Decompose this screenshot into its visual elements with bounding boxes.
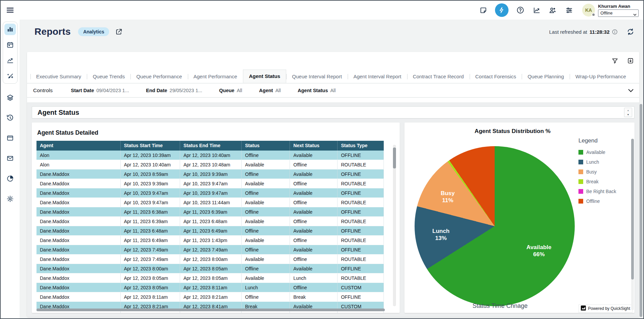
table-row[interactable]: Dane.MaddoxApr 12, 2023 8:11amApr 12, 20… bbox=[36, 292, 384, 302]
sidebar-item-schedule[interactable] bbox=[4, 39, 16, 51]
external-link-icon[interactable] bbox=[115, 28, 123, 35]
control-end-date[interactable]: End Date29/05/2023 1... bbox=[146, 88, 202, 93]
table-cell: Apr 12, 2023 10:40am bbox=[180, 151, 242, 160]
table-row[interactable]: AlonApr 12, 2023 10:39amApr 12, 2023 10:… bbox=[36, 151, 384, 160]
table-row[interactable]: Dane.MaddoxApr 10, 2023 8:59amApr 10, 20… bbox=[36, 169, 384, 179]
table-row[interactable]: Dane.MaddoxApr 10, 2023 9:47amApr 10, 20… bbox=[36, 188, 384, 198]
table-row[interactable]: AlonApr 12, 2023 10:40amApr 12, 2023 10:… bbox=[36, 160, 384, 169]
legend-item-be-right-back[interactable]: Be Right Back bbox=[578, 189, 616, 194]
sliders-icon[interactable] bbox=[565, 6, 573, 15]
table-cell: Apr 12, 2023 8:41am bbox=[121, 311, 180, 313]
legend-item-lunch[interactable]: Lunch bbox=[578, 159, 616, 165]
scrollbar-thumb[interactable] bbox=[36, 309, 385, 311]
table-cell: Available bbox=[242, 179, 290, 188]
control-queue[interactable]: QueueAll bbox=[219, 88, 242, 93]
sidebar-item-design[interactable] bbox=[4, 70, 16, 82]
table-cell: Apr 10, 2023 9:47am bbox=[180, 179, 242, 188]
notes-icon[interactable] bbox=[479, 6, 488, 15]
sidebar-item-metrics[interactable] bbox=[4, 173, 16, 184]
table-row[interactable]: Dane.MaddoxApr 11, 2023 6:48amApr 11, 20… bbox=[36, 226, 384, 236]
table-row[interactable]: Dane.MaddoxApr 11, 2023 6:39amApr 11, 20… bbox=[36, 217, 384, 226]
help-icon[interactable] bbox=[516, 6, 525, 15]
agent-status-select[interactable]: Offline bbox=[598, 9, 639, 17]
sidebar-item-history[interactable] bbox=[4, 112, 16, 124]
chart-bottom-caption: Status Time Chnage bbox=[404, 302, 596, 310]
table-cell: Dane.Maddox bbox=[36, 179, 121, 188]
scrollbar-thumb[interactable] bbox=[393, 148, 396, 168]
tab-contact-forensics[interactable]: Contact Forensics bbox=[470, 70, 522, 83]
pie-chart[interactable]: Available66%Lunch13%Busy11% bbox=[415, 146, 575, 306]
column-header-next-status[interactable]: Next Status bbox=[290, 141, 338, 151]
filter-icon[interactable] bbox=[612, 57, 618, 64]
legend-item-available[interactable]: Available bbox=[578, 150, 616, 155]
controls-collapse-chevron-icon[interactable] bbox=[628, 88, 634, 92]
info-icon[interactable] bbox=[612, 29, 618, 35]
table-cell: ROUTABLE bbox=[338, 179, 384, 188]
legend-item-offline[interactable]: Offline bbox=[578, 198, 616, 204]
table-row[interactable]: Dane.MaddoxApr 12, 2023 8:41amApr 12, 20… bbox=[36, 311, 384, 313]
tab-queue-trends[interactable]: Queue Trends bbox=[87, 70, 130, 83]
table-row[interactable]: Dane.MaddoxApr 12, 2023 7:49amApr 12, 20… bbox=[36, 245, 384, 255]
tab-queue-planning[interactable]: Queue Planning bbox=[522, 70, 570, 83]
table-row[interactable]: Dane.MaddoxApr 12, 2023 8:00amApr 12, 20… bbox=[36, 264, 384, 273]
table-cell: Dane.Maddox bbox=[36, 198, 121, 207]
tab-queue-performance[interactable]: Queue Performance bbox=[130, 70, 188, 83]
scrollbar-thumb[interactable] bbox=[640, 104, 642, 317]
stepper-down-icon[interactable]: ▼ bbox=[624, 112, 632, 117]
sidebar-item-settings[interactable] bbox=[4, 193, 16, 205]
sidebar-item-reports[interactable] bbox=[4, 24, 16, 35]
table-row[interactable]: Dane.MaddoxApr 12, 2023 8:05amApr 12, 20… bbox=[36, 283, 384, 292]
sheet-stepper: ▲ ▼ bbox=[624, 108, 632, 117]
download-icon[interactable] bbox=[627, 57, 634, 64]
tab-agent-performance[interactable]: Agent Performance bbox=[188, 70, 243, 83]
metrics-icon[interactable] bbox=[532, 6, 541, 15]
legend-item-break[interactable]: Break bbox=[578, 179, 616, 184]
column-header-status-type[interactable]: Status Type bbox=[338, 141, 384, 151]
table-row[interactable]: Dane.MaddoxApr 10, 2023 9:39amApr 10, 20… bbox=[36, 179, 384, 188]
control-agent[interactable]: AgentAll bbox=[259, 88, 281, 93]
tab-contract-trace-record[interactable]: Contract Trace Record bbox=[407, 70, 470, 83]
table-row[interactable]: Dane.MaddoxApr 11, 2023 6:49amApr 11, 20… bbox=[36, 236, 384, 245]
chart-panel-scrollbar[interactable] bbox=[631, 139, 634, 310]
tab-executive-summary[interactable]: Executive Summary bbox=[30, 70, 87, 83]
column-header-status-start-time[interactable]: Status Start Time bbox=[121, 141, 180, 151]
last-refreshed-time: 11:28:32 bbox=[590, 29, 610, 35]
sidebar-item-analytics[interactable] bbox=[4, 55, 16, 66]
table-cell: Available bbox=[242, 217, 290, 226]
hamburger-menu-icon[interactable] bbox=[4, 4, 16, 16]
table-vertical-scrollbar[interactable] bbox=[393, 145, 396, 306]
tab-queue-interval-report[interactable]: Queue Interval Report bbox=[286, 70, 348, 83]
table-cell: ROUTABLE bbox=[338, 255, 384, 264]
refresh-icon[interactable] bbox=[626, 28, 635, 36]
column-header-status-end-time[interactable]: Status End Time bbox=[180, 141, 242, 151]
sidebar-item-workspace[interactable] bbox=[4, 132, 16, 144]
table-cell: ROUTABLE bbox=[338, 160, 384, 169]
column-header-agent[interactable]: Agent bbox=[36, 141, 121, 151]
table-cell: Alon bbox=[36, 151, 121, 160]
table-row[interactable]: Dane.MaddoxApr 12, 2023 8:05amApr 12, 20… bbox=[36, 273, 384, 283]
table-row[interactable]: Dane.MaddoxApr 12, 2023 7:49amApr 12, 20… bbox=[36, 255, 384, 264]
main-vertical-scrollbar[interactable] bbox=[640, 104, 642, 317]
sidebar-item-mail[interactable] bbox=[4, 153, 16, 164]
scrollbar-thumb[interactable] bbox=[631, 139, 634, 280]
flash-icon[interactable] bbox=[495, 3, 509, 17]
stepper-up-icon[interactable]: ▲ bbox=[624, 108, 632, 112]
agent-status-detailed-panel: Agent Status Detailed AgentStatus Start … bbox=[32, 123, 400, 313]
control-start-date[interactable]: Start Date09/04/2023 1... bbox=[71, 88, 129, 93]
table-row[interactable]: Dane.MaddoxApr 11, 2023 6:38amApr 11, 20… bbox=[36, 207, 384, 217]
tab-agent-interval-report[interactable]: Agent Interval Report bbox=[348, 70, 407, 83]
chevron-down-icon bbox=[633, 12, 637, 17]
table-cell: OFFLINE bbox=[338, 226, 384, 235]
reports-bar-chart-icon bbox=[6, 26, 14, 33]
users-icon[interactable] bbox=[548, 6, 557, 15]
column-header-status[interactable]: Status bbox=[242, 141, 290, 151]
control-agent-status[interactable]: Agent StatusAll bbox=[298, 88, 336, 93]
tab-wrap-up-performance[interactable]: Wrap-Up Performance bbox=[570, 70, 632, 83]
page-header: Reports Analytics Last refreshed at 11:2… bbox=[20, 20, 643, 44]
table-horizontal-scrollbar[interactable] bbox=[36, 309, 388, 311]
sidebar-item-layers[interactable] bbox=[4, 92, 16, 103]
legend-item-busy[interactable]: Busy bbox=[578, 169, 616, 175]
table-row[interactable]: Dane.MaddoxApr 10, 2023 9:47amApr 10, 20… bbox=[36, 198, 384, 207]
avatar[interactable]: KA bbox=[582, 4, 595, 17]
tab-agent-status[interactable]: Agent Status bbox=[243, 70, 287, 83]
